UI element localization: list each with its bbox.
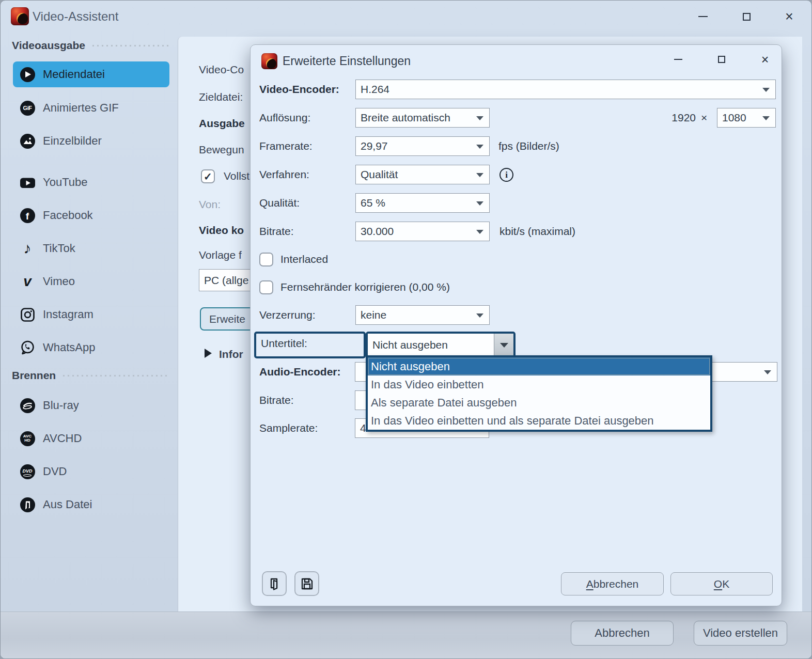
dropdown-option[interactable]: In das Video einbetten bbox=[368, 375, 710, 394]
sidebar-item-einzelbilder[interactable]: Einzelbilder bbox=[13, 128, 169, 154]
resolution-mode-select[interactable]: Breite automatisch bbox=[355, 108, 490, 128]
bg-info-disclosure[interactable]: Infor bbox=[205, 347, 243, 362]
sidebar-item-tiktok[interactable]: ♪ TikTok bbox=[13, 236, 169, 261]
distortion-select[interactable]: keine bbox=[355, 305, 490, 325]
bitrate-unit: kbit/s (maximal) bbox=[499, 224, 575, 239]
subtitle-label: Untertitel: bbox=[261, 337, 307, 350]
info-icon[interactable]: i bbox=[499, 168, 513, 182]
framerate-label: Framerate: bbox=[259, 139, 313, 153]
dialog-app-icon bbox=[261, 53, 277, 69]
close-icon: × bbox=[761, 53, 769, 67]
bg-label-video-ko: Video ko bbox=[199, 223, 244, 238]
close-icon: × bbox=[785, 10, 793, 24]
minimize-button[interactable] bbox=[691, 6, 715, 27]
framerate-select[interactable]: 29,97 bbox=[355, 136, 490, 156]
subtitle-dropdown-list: Nicht ausgeben In das Video einbetten Al… bbox=[366, 355, 712, 432]
bg-label-zieldatei: Zieldatei: bbox=[199, 90, 243, 104]
youtube-icon bbox=[19, 174, 36, 191]
gif-icon: GiF bbox=[19, 100, 36, 116]
cancel-button[interactable]: Abbrechen bbox=[571, 621, 674, 646]
checkmark-icon: ✓ bbox=[204, 171, 212, 182]
bg-label-vorlage: Vorlage f bbox=[199, 248, 242, 262]
whatsapp-icon bbox=[19, 339, 36, 356]
resolution-height-select[interactable]: 1080 bbox=[717, 108, 776, 128]
dialog-ok-button[interactable]: OK bbox=[670, 572, 773, 595]
chevron-down-icon bbox=[762, 116, 770, 120]
save-preset-button[interactable] bbox=[294, 571, 319, 596]
sidebar-item-bluray[interactable]: Blu-ray bbox=[13, 393, 169, 418]
frames-icon bbox=[19, 133, 36, 149]
file-icon bbox=[19, 496, 36, 513]
resolution-label: Auflösung: bbox=[259, 111, 310, 125]
chevron-down-icon bbox=[476, 201, 483, 206]
tiktok-icon: ♪ bbox=[19, 240, 36, 257]
method-label: Verfahren: bbox=[259, 167, 309, 182]
chevron-down-icon bbox=[476, 313, 483, 318]
bitrate-label: Bitrate: bbox=[259, 224, 294, 239]
subtitle-select[interactable]: Nicht ausgeben bbox=[366, 332, 516, 358]
framerate-unit: fps (Bilder/s) bbox=[498, 139, 559, 153]
chevron-down-icon bbox=[476, 116, 483, 120]
chevron-down-icon bbox=[762, 88, 770, 92]
sidebar-item-mediendatei[interactable]: Mediendatei bbox=[13, 61, 169, 87]
dropdown-option[interactable]: In das Video einbetten und als separate … bbox=[368, 412, 710, 430]
resolution-width-value: 1920 bbox=[665, 111, 696, 125]
dialog-close-button[interactable]: × bbox=[754, 50, 776, 69]
chevron-down-icon bbox=[476, 230, 483, 234]
audio-encoder-label: Audio-Encoder: bbox=[259, 365, 341, 379]
dotted-divider bbox=[63, 375, 169, 376]
instagram-icon bbox=[19, 306, 36, 323]
section-videoausgabe: Videoausgabe bbox=[12, 39, 169, 52]
disclosure-triangle-icon bbox=[205, 349, 212, 358]
quality-label: Qualität: bbox=[259, 196, 300, 210]
close-button[interactable]: × bbox=[777, 6, 801, 27]
sidebar-item-youtube[interactable]: YouTube bbox=[13, 169, 169, 195]
interlaced-checkbox[interactable] bbox=[259, 253, 273, 266]
chevron-down-icon bbox=[476, 173, 483, 177]
audio-bitrate-label: Bitrate: bbox=[259, 393, 294, 407]
create-video-button[interactable]: Video erstellen bbox=[694, 621, 787, 646]
sidebar-item-facebook[interactable]: f Facebook bbox=[13, 202, 169, 228]
load-preset-button[interactable] bbox=[262, 571, 287, 596]
dvd-icon: DVD bbox=[19, 463, 36, 480]
sidebar-item-instagram[interactable]: Instagram bbox=[13, 302, 169, 327]
distortion-label: Verzerrung: bbox=[259, 308, 316, 322]
bg-checkbox-vollstaendig[interactable]: ✓ bbox=[201, 169, 215, 183]
dialog-minimize-button[interactable] bbox=[667, 50, 690, 69]
method-select[interactable]: Qualität bbox=[355, 165, 490, 184]
facebook-icon: f bbox=[19, 207, 36, 224]
save-icon bbox=[300, 577, 314, 591]
tv-borders-checkbox[interactable] bbox=[259, 280, 273, 294]
open-file-icon bbox=[268, 577, 282, 591]
bg-label-video-codec: Video-Co bbox=[199, 62, 244, 77]
dialog-maximize-button[interactable] bbox=[710, 50, 733, 69]
resolution-times-label: × bbox=[701, 111, 707, 125]
main-window: Video-Assistent × Video-Co Zieldatei: Au… bbox=[0, 0, 812, 659]
app-icon bbox=[11, 7, 29, 25]
advanced-settings-dialog: Erweiterte Einstellungen × Video-Encoder… bbox=[250, 44, 782, 606]
video-encoder-select[interactable]: H.264 bbox=[355, 80, 776, 99]
video-encoder-label: Video-Encoder: bbox=[259, 82, 339, 97]
minimize-icon bbox=[674, 59, 682, 60]
quality-select[interactable]: 65 % bbox=[355, 193, 490, 213]
sidebar-item-aus-datei[interactable]: Aus Datei bbox=[13, 492, 169, 517]
dialog-title: Erweiterte Einstellungen bbox=[283, 54, 411, 68]
dialog-cancel-button[interactable]: Abbrechen bbox=[561, 572, 664, 595]
chevron-down-icon bbox=[764, 370, 771, 374]
sidebar-item-avchd[interactable]: AVCHD AVCHD bbox=[13, 426, 169, 451]
sidebar-item-animiertes-gif[interactable]: GiF Animiertes GIF bbox=[13, 95, 169, 121]
sidebar-item-vimeo[interactable]: v Vimeo bbox=[13, 269, 169, 294]
avchd-icon: AVCHD bbox=[19, 430, 36, 447]
bitrate-select[interactable]: 30.000 bbox=[355, 222, 490, 241]
maximize-button[interactable] bbox=[735, 6, 758, 27]
chevron-down-icon bbox=[500, 343, 508, 348]
minimize-icon bbox=[698, 16, 708, 18]
chevron-down-icon bbox=[476, 145, 483, 149]
maximize-icon bbox=[718, 56, 725, 63]
sidebar-item-dvd[interactable]: DVD DVD bbox=[13, 459, 169, 484]
dropdown-option[interactable]: Nicht ausgeben bbox=[368, 357, 710, 375]
subtitle-select-dropdown-button[interactable] bbox=[494, 334, 513, 356]
dropdown-option[interactable]: Als separate Datei ausgeben bbox=[368, 394, 710, 412]
footer-bar bbox=[1, 611, 812, 659]
sidebar-item-whatsapp[interactable]: WhatsApp bbox=[13, 335, 169, 360]
